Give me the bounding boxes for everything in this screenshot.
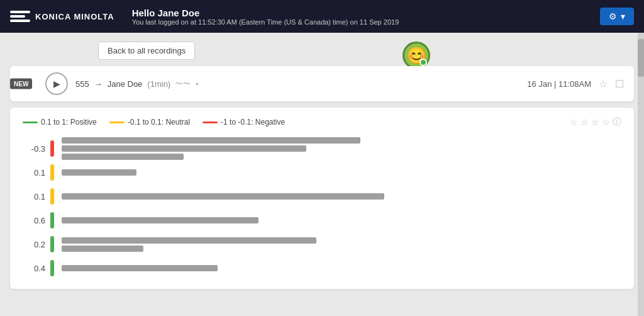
legend-positive: 0.1 to 1: Positive — [23, 118, 97, 127]
wave-icon: 〜〜 — [175, 79, 191, 89]
bar-container — [54, 237, 621, 252]
sentiment-smiley-badge: 😊 — [402, 42, 430, 69]
bar-row: 0.4 — [23, 256, 621, 280]
konica-minolta-logo-icon — [10, 9, 30, 23]
negative-label: -1 to -0.1: Negative — [221, 118, 285, 127]
recording-card: NEW ▶ 555 → Jane Doe (1min) 〜〜 ▪ 16 Jan … — [10, 66, 634, 101]
bar-container — [54, 137, 621, 160]
header-right: ⚙ ▾ — [600, 8, 634, 25]
bar-track — [62, 245, 143, 252]
bar-track — [62, 217, 258, 223]
bar-row: 0.2 — [23, 232, 621, 256]
bar-row: 0.6 — [23, 208, 621, 232]
bar-row: 0.1 — [23, 161, 621, 184]
bar-row: -0.3 — [23, 137, 621, 161]
rating-star-4[interactable]: ☆ — [602, 117, 610, 127]
analytics-panel: 0.1 to 1: Positive -0.1 to 0.1: Neutral … — [10, 108, 634, 289]
header-left: KONICA MINOLTA Hello Jane Doe You last l… — [10, 8, 399, 26]
header-user: Hello Jane Doe You last logged on at 11:… — [132, 8, 399, 26]
positive-color-swatch — [23, 121, 38, 123]
smiley-status-dot — [419, 59, 427, 66]
recording-info: 555 → Jane Doe (1min) 〜〜 ▪ — [75, 79, 527, 89]
recording-meta: 16 Jan | 11:08AM ☆ ☐ — [527, 78, 624, 90]
legend-neutral: -0.1 to 0.1: Neutral — [109, 118, 190, 127]
rating-star-1[interactable]: ☆ — [570, 117, 578, 127]
bar-score: 0.1 — [23, 192, 50, 201]
bookmark-icon[interactable]: ☐ — [615, 78, 624, 90]
gear-icon: ⚙ — [609, 11, 617, 21]
chevron-down-icon: ▾ — [621, 11, 625, 21]
legend-negative: -1 to -0.1: Negative — [203, 118, 285, 127]
info-icon[interactable]: ⓘ — [613, 116, 621, 128]
main-content: Back to all recordings 😊 NEW ▶ 555 → Jan… — [0, 33, 644, 298]
neutral-label: -0.1 to 0.1: Neutral — [128, 118, 190, 127]
scrollbar[interactable] — [638, 33, 644, 316]
bar-track — [62, 145, 306, 152]
bar-track — [62, 265, 218, 271]
bar-score: 0.4 — [23, 264, 50, 273]
bar-track — [62, 169, 136, 176]
bar-track — [62, 137, 360, 144]
user-name: Hello Jane Doe — [132, 8, 399, 18]
header: KONICA MINOLTA Hello Jane Doe You last l… — [0, 0, 644, 33]
neutral-color-swatch — [109, 121, 125, 123]
bar-container — [54, 217, 621, 223]
recording-from: 555 — [75, 79, 89, 89]
scrollbar-thumb[interactable] — [638, 39, 644, 77]
bar-track — [62, 154, 184, 160]
bar-container — [54, 169, 621, 176]
bar-score: 0.1 — [23, 168, 50, 178]
rating-star-3[interactable]: ☆ — [591, 117, 599, 127]
legend-right: ☆ ☆ ☆ ☆ ⓘ — [570, 116, 621, 128]
bar-track — [62, 193, 384, 200]
legend: 0.1 to 1: Positive -0.1 to 0.1: Neutral … — [23, 116, 621, 128]
settings-button[interactable]: ⚙ ▾ — [600, 8, 634, 25]
bar-score: -0.3 — [23, 144, 50, 154]
bar-score: 0.2 — [23, 240, 50, 249]
recording-duration: (1min) — [147, 79, 170, 89]
smiley-circle: 😊 — [402, 42, 430, 69]
logo-area: KONICA MINOLTA — [10, 9, 114, 23]
new-badge: NEW — [10, 79, 32, 89]
arrow-icon: → — [94, 79, 103, 89]
bar-score: 0.6 — [23, 216, 50, 225]
logo-text: KONICA MINOLTA — [35, 12, 114, 21]
rating-star-2[interactable]: ☆ — [580, 117, 589, 127]
recording-timestamp: 16 Jan | 11:08AM — [527, 79, 591, 89]
bar-row: 0.1 — [23, 184, 621, 208]
bar-track — [62, 237, 316, 244]
negative-color-swatch — [203, 121, 218, 123]
stop-icon: ▪ — [196, 79, 198, 88]
bar-container — [54, 193, 621, 200]
bar-container — [54, 265, 621, 271]
last-login-text: You last logged on at 11:52:30 AM (Easte… — [132, 18, 399, 26]
recording-to: Jane Doe — [108, 79, 143, 89]
bar-rows: -0.30.10.10.60.20.4 — [23, 137, 621, 280]
back-to-recordings-button[interactable]: Back to all recordings — [98, 42, 195, 60]
star-icon[interactable]: ☆ — [599, 78, 608, 90]
positive-label: 0.1 to 1: Positive — [41, 118, 97, 127]
play-button[interactable]: ▶ — [45, 72, 68, 95]
